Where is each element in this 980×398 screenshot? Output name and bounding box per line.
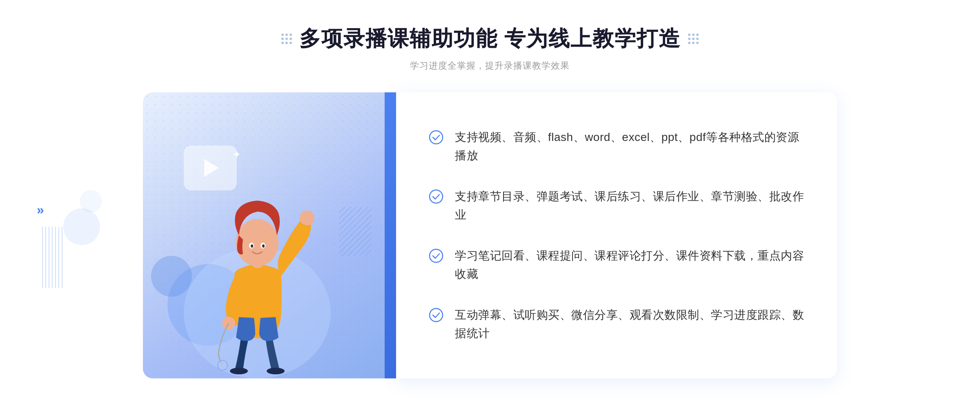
main-title: 多项录播课辅助功能 专为线上教学打造: [299, 25, 681, 53]
svg-point-17: [430, 309, 443, 322]
svg-point-11: [251, 244, 253, 248]
svg-point-5: [300, 210, 314, 225]
blue-bar: [385, 92, 396, 378]
chevron-outer-left-icon: »: [37, 202, 44, 217]
right-dot-icon: [688, 34, 699, 44]
striped-deco-left: [41, 227, 63, 288]
left-illustration: ✦: [143, 92, 396, 378]
left-dot-icon: [281, 34, 292, 44]
svg-point-15: [430, 190, 443, 203]
svg-rect-1: [339, 207, 372, 256]
hatch-deco: [339, 207, 372, 256]
svg-point-13: [218, 360, 227, 370]
svg-point-12: [262, 244, 265, 248]
page-wrapper: 多项录播课辅助功能 专为线上教学打造 学习进度全掌握，提升录播课教学效果 ✦: [0, 0, 980, 378]
right-features-panel: 支持视频、音频、flash、word、excel、ppt、pdf等各种格式的资源…: [396, 92, 837, 378]
check-icon-2: [429, 189, 443, 204]
feature-text-1: 支持视频、音频、flash、word、excel、ppt、pdf等各种格式的资源…: [455, 128, 804, 165]
title-row: 多项录播课辅助功能 专为线上教学打造: [281, 25, 699, 53]
check-icon-4: [429, 308, 443, 322]
feature-item-2: 支持章节目录、弹题考试、课后练习、课后作业、章节测验、批改作业: [429, 180, 804, 232]
check-icon-1: [429, 130, 443, 145]
check-icon-3: [429, 248, 443, 263]
feature-text-4: 互动弹幕、试听购买、微信分享、观看次数限制、学习进度跟踪、数据统计: [455, 306, 804, 343]
feature-item-4: 互动弹幕、试听购买、微信分享、观看次数限制、学习进度跟踪、数据统计: [429, 299, 804, 350]
subtitle: 学习进度全掌握，提升录播课教学效果: [410, 60, 570, 72]
svg-point-4: [267, 368, 285, 374]
outer-deco-circle-2: [80, 190, 102, 212]
svg-point-3: [230, 368, 248, 374]
person-illustration: [176, 141, 339, 378]
content-section: ✦: [143, 92, 837, 378]
svg-rect-19: [41, 227, 63, 288]
outer-deco-circle-1: [63, 208, 100, 245]
feature-item-1: 支持视频、音频、flash、word、excel、ppt、pdf等各种格式的资源…: [429, 121, 804, 172]
feature-text-3: 学习笔记回看、课程提问、课程评论打分、课件资料下载，重点内容收藏: [455, 247, 804, 284]
header-section: 多项录播课辅助功能 专为线上教学打造 学习进度全掌握，提升录播课教学效果: [281, 25, 699, 72]
feature-text-2: 支持章节目录、弹题考试、课后练习、课后作业、章节测验、批改作业: [455, 188, 804, 224]
svg-point-14: [430, 131, 443, 144]
svg-point-16: [430, 249, 443, 262]
feature-item-3: 学习笔记回看、课程提问、课程评论打分、课件资料下载，重点内容收藏: [429, 239, 804, 291]
